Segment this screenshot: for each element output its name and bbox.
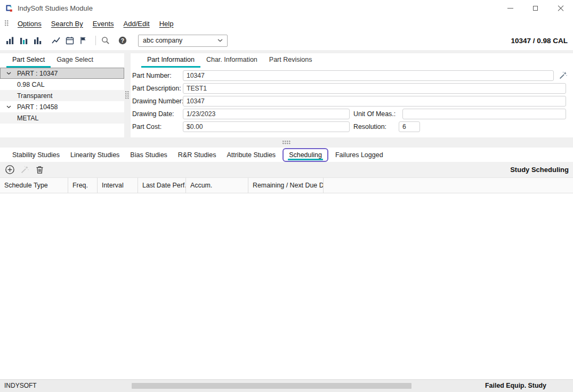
toolbar-separator	[95, 36, 96, 45]
vertical-splitter[interactable]	[124, 53, 131, 137]
menu-add-edit[interactable]: Add/Edit	[119, 20, 155, 28]
tree-item-metal[interactable]: METAL	[0, 112, 124, 124]
tab-label: R&R Studies	[178, 151, 216, 159]
company-combobox[interactable]: abc company	[138, 35, 228, 47]
app-logo-icon	[4, 4, 13, 12]
tab-label: Linearity Studies	[70, 151, 119, 159]
column-header-freq[interactable]: Freq.	[68, 178, 98, 193]
study-scheduling-title: Study Scheduling	[510, 166, 569, 174]
add-schedule-button[interactable]	[4, 165, 15, 175]
magic-wand-icon	[559, 71, 568, 80]
tab-label: Attribute Studies	[227, 151, 276, 159]
chevron-down-icon	[217, 39, 223, 42]
part-number-label: Part Number:	[132, 70, 172, 81]
column-header-schedule-type[interactable]: Schedule Type	[0, 178, 68, 193]
statusbar-brand-text: INDYSOFT	[4, 380, 37, 392]
drawing-date-label: Drawing Date:	[132, 109, 174, 119]
tab-linearity-studies[interactable]: Linearity Studies	[65, 148, 125, 162]
delete-schedule-button[interactable]	[34, 165, 45, 175]
window-controls	[498, 0, 573, 16]
tab-gage-select[interactable]: Gage Select	[51, 53, 99, 68]
drawing-date-field[interactable]	[183, 109, 350, 119]
app-window: IndySoft Studies Module Options Search B…	[0, 0, 573, 392]
part-select-pane: Part Select Gage Select PART : 10347 0.9…	[0, 53, 124, 137]
tab-label: Stability Studies	[12, 151, 60, 159]
drawing-number-field[interactable]	[183, 96, 566, 107]
window-title: IndySoft Studies Module	[18, 4, 93, 12]
tree-item-098-cal[interactable]: 0.98 CAL	[0, 79, 124, 90]
resolution-label: Resolution:	[353, 121, 386, 132]
column-header-last-date-perf[interactable]: Last Date Perf.	[138, 178, 186, 193]
menu-options[interactable]: Options	[13, 20, 46, 28]
tab-char-information[interactable]: Char. Information	[200, 53, 263, 68]
menu-help[interactable]: Help	[155, 20, 179, 28]
tab-gage-select-label: Gage Select	[57, 56, 93, 63]
bar-chart-icon-2[interactable]	[18, 35, 29, 46]
drawing-number-label: Drawing Number:	[132, 96, 183, 107]
unit-of-meas-field[interactable]	[402, 109, 566, 119]
tab-char-information-label: Char. Information	[206, 56, 257, 63]
flag-icon[interactable]	[78, 35, 89, 46]
active-part-context-label: 10347 / 0.98 CAL	[511, 37, 568, 45]
magic-wand-disabled-icon	[20, 165, 29, 174]
column-header-remaining-next-due[interactable]: Remaining / Next Due Da	[248, 178, 324, 193]
tab-attribute-studies[interactable]: Attribute Studies	[221, 148, 281, 162]
horizontal-scrollbar-thumb[interactable]	[132, 383, 411, 389]
menu-search-by[interactable]: Search By	[46, 20, 88, 28]
menu-drag-handle-icon[interactable]	[5, 20, 9, 27]
magic-wand-button[interactable]	[558, 70, 568, 80]
main-toolbar: ? abc company 10347 / 0.98 CAL	[0, 31, 573, 50]
minimize-button[interactable]	[498, 0, 523, 16]
line-chart-icon[interactable]	[50, 35, 61, 46]
bar-chart-icon-1[interactable]	[4, 35, 15, 46]
studies-tab-strip: Stability Studies Linearity Studies Bias…	[0, 148, 573, 162]
column-header-accum[interactable]: Accum.	[186, 178, 248, 193]
column-header-interval[interactable]: Interval	[98, 178, 138, 193]
chevron-down-icon[interactable]	[6, 72, 11, 75]
menu-events[interactable]: Events	[88, 20, 119, 28]
part-description-field[interactable]	[183, 83, 566, 94]
search-icon[interactable]	[100, 35, 111, 46]
company-combobox-value: abc company	[143, 37, 217, 44]
top-section: Part Select Gage Select PART : 10347 0.9…	[0, 53, 573, 137]
tab-part-revisions[interactable]: Part Revisions	[263, 53, 318, 68]
close-button[interactable]	[548, 0, 573, 16]
part-description-label: Part Description:	[132, 83, 181, 94]
schedule-table-body	[0, 194, 573, 379]
tab-failures-logged[interactable]: Failures Logged	[330, 148, 389, 162]
help-icon[interactable]: ?	[117, 35, 128, 46]
tab-part-select[interactable]: Part Select	[6, 53, 51, 68]
part-number-field[interactable]	[183, 70, 554, 81]
minimize-icon	[507, 8, 513, 9]
part-info-tab-strip: Part Information Char. Information Part …	[131, 53, 573, 68]
scheduling-toolbar: Study Scheduling	[0, 162, 573, 177]
tree-item-part-10458[interactable]: PART : 10458	[0, 101, 124, 112]
part-cost-field[interactable]	[183, 121, 350, 132]
unit-of-meas-label: Unit Of Meas.:	[353, 109, 396, 119]
tab-part-information-label: Part Information	[147, 56, 195, 63]
part-info-form: Part Number: Part Description: Drawing N…	[131, 68, 573, 137]
tab-label: Scheduling	[289, 151, 322, 159]
schedule-table-header: Schedule Type Freq. Interval Last Date P…	[0, 177, 573, 193]
chevron-down-icon[interactable]	[6, 105, 11, 109]
horizontal-splitter[interactable]	[0, 137, 573, 148]
bar-chart-icon-3[interactable]	[32, 35, 43, 46]
maximize-button[interactable]	[523, 0, 548, 16]
tab-scheduling[interactable]: Scheduling	[283, 148, 328, 162]
trash-icon	[35, 165, 44, 175]
tab-rr-studies[interactable]: R&R Studies	[173, 148, 222, 162]
calendar-icon[interactable]	[64, 35, 75, 46]
tree-item-transparent[interactable]: Transparent	[0, 90, 124, 101]
resolution-field[interactable]	[399, 121, 420, 132]
tab-bias-studies[interactable]: Bias Studies	[125, 148, 172, 162]
maximize-icon	[533, 6, 538, 11]
splitter-grip-icon	[125, 91, 130, 100]
tree-item-part-10347[interactable]: PART : 10347	[0, 68, 124, 79]
tab-stability-studies[interactable]: Stability Studies	[7, 148, 65, 162]
tab-part-information[interactable]: Part Information	[141, 53, 200, 68]
close-icon	[558, 5, 564, 11]
splitter-grip-icon	[283, 141, 291, 145]
svg-text:?: ?	[120, 37, 124, 44]
edit-schedule-button[interactable]	[19, 165, 30, 175]
tree-item-label: PART : 10458	[17, 103, 58, 111]
